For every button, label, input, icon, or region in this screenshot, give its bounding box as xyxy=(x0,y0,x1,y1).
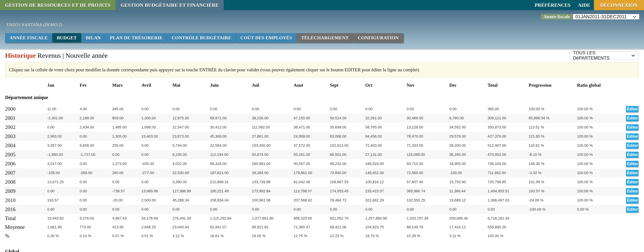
value-cell[interactable]: 207,568.62 xyxy=(294,196,330,205)
value-cell[interactable]: 4.00 xyxy=(80,104,112,113)
value-cell[interactable]: 38,226.00 xyxy=(252,113,294,123)
module-tab-ressources[interactable]: GESTION DE RESSOURCES ET DE PROJETS xyxy=(0,0,116,10)
logout-button[interactable]: DÉCONNEXION xyxy=(594,0,644,10)
value-cell[interactable]: 24,999.00 xyxy=(294,132,330,141)
value-cell[interactable]: 1,485.00 xyxy=(112,123,142,132)
value-cell[interactable]: 3,390.00 xyxy=(172,177,210,187)
value-cell[interactable]: 35,699.00 xyxy=(330,123,365,132)
value-cell[interactable]: 1,698.00 xyxy=(142,123,172,132)
value-cell[interactable]: 133,739.88 xyxy=(252,177,294,187)
value-cell[interactable]: 26,284.00 xyxy=(252,168,294,177)
value-cell[interactable]: 0.00 xyxy=(294,104,330,113)
value-cell[interactable]: 0.00 xyxy=(406,104,449,113)
value-cell[interactable]: 6,656.00 xyxy=(80,141,112,150)
value-cell[interactable]: 0.00 xyxy=(47,205,80,214)
value-cell[interactable]: 0.00 xyxy=(406,205,449,214)
edit-button[interactable]: Éditer xyxy=(626,106,638,112)
value-cell[interactable]: 0.00 xyxy=(449,104,488,113)
value-cell[interactable]: 345.00 xyxy=(112,104,142,113)
value-cell[interactable]: 11,366.44 xyxy=(449,187,488,196)
value-cell[interactable]: 4,017.00 xyxy=(47,159,80,168)
value-cell[interactable]: 1,273.00 xyxy=(112,159,142,168)
value-cell[interactable]: 0.00 xyxy=(488,205,528,214)
value-cell[interactable]: -2,301.00 xyxy=(47,113,80,123)
value-cell[interactable]: 18,955.00 xyxy=(449,159,488,168)
value-cell[interactable]: 57,607.40 xyxy=(406,177,449,187)
edit-button[interactable]: Éditer xyxy=(626,197,638,203)
value-cell[interactable]: 8,235.00 xyxy=(172,150,210,159)
value-cell[interactable]: 45,369.00 xyxy=(210,132,252,141)
value-cell[interactable]: 76,464.72 xyxy=(330,196,365,205)
nav-tab-budget[interactable]: BUDGET xyxy=(52,33,81,43)
value-cell[interactable]: 55,261.00 xyxy=(294,150,330,159)
value-cell[interactable]: 803.00 xyxy=(112,113,142,123)
value-cell[interactable]: 88,318.00 xyxy=(210,159,252,168)
nav-tab-t-l-chargement[interactable]: TÉLÉCHARGEMENT xyxy=(297,33,353,43)
value-cell[interactable]: 67,155.00 xyxy=(294,113,330,123)
value-cell[interactable]: 360.00 xyxy=(488,104,528,113)
value-cell[interactable]: 427,376.00 xyxy=(488,132,528,141)
value-cell[interactable]: 0.00 xyxy=(330,104,365,113)
edit-button[interactable]: Éditer xyxy=(626,124,638,131)
edit-button[interactable]: Éditer xyxy=(626,143,638,149)
value-cell[interactable]: -100.00 xyxy=(449,168,488,177)
value-cell[interactable]: 0.00 xyxy=(142,104,172,113)
value-cell[interactable]: 260,891.00 xyxy=(252,159,294,168)
value-cell[interactable]: 0.00 xyxy=(112,205,142,214)
value-cell[interactable]: 22,547.00 xyxy=(172,123,210,132)
value-cell[interactable]: 48,232.00 xyxy=(330,159,365,168)
value-cell[interactable]: 0.00 xyxy=(449,205,488,214)
value-cell[interactable]: 27,861.00 xyxy=(252,132,294,141)
value-cell[interactable]: 78,470.00 xyxy=(406,132,449,141)
value-cell[interactable]: 0.00 xyxy=(80,187,112,196)
value-cell[interactable]: 112,194.00 xyxy=(210,150,252,159)
value-cell[interactable]: 13,228.00 xyxy=(406,123,449,132)
value-cell[interactable]: 0.00 xyxy=(252,205,294,214)
value-cell[interactable]: 512,467.00 xyxy=(488,141,528,150)
value-cell[interactable]: 6,760.00 xyxy=(449,113,488,123)
value-cell[interactable]: 470,952.00 xyxy=(488,150,528,159)
value-cell[interactable]: 0.00 xyxy=(112,177,142,187)
value-cell[interactable]: 37,572.00 xyxy=(294,141,330,150)
value-cell[interactable]: 0.00 xyxy=(172,205,210,214)
help-link[interactable]: AIDE xyxy=(574,0,594,10)
value-cell[interactable]: 0.00 xyxy=(210,205,252,214)
value-cell[interactable]: 0.00 xyxy=(112,150,142,159)
value-cell[interactable]: 5,744.00 xyxy=(172,141,210,150)
value-cell[interactable]: 309,121.00 xyxy=(488,113,528,123)
edit-button[interactable]: Éditer xyxy=(626,161,638,167)
value-cell[interactable]: 2,188.00 xyxy=(80,113,112,123)
department-filter-select[interactable]: TOUS LES DéPARTEMENTS xyxy=(570,51,639,60)
value-cell[interactable]: 22,584.00 xyxy=(210,141,252,150)
value-cell[interactable]: 38,471.00 xyxy=(294,123,330,132)
value-cell[interactable]: 0.00 xyxy=(294,205,330,214)
value-cell[interactable]: -269.00 xyxy=(80,168,112,177)
value-cell[interactable]: 113,798.57 xyxy=(294,187,330,196)
value-cell[interactable]: 36,200.00 xyxy=(449,141,488,150)
value-cell[interactable]: 50,597.00 xyxy=(294,159,330,168)
value-cell[interactable]: 45,288.34 xyxy=(172,196,210,205)
value-cell[interactable]: 0.00 xyxy=(142,205,172,214)
value-cell[interactable]: 127,986.99 xyxy=(172,187,210,196)
nav-tab-bilan[interactable]: BILAN xyxy=(82,33,105,43)
value-cell[interactable]: 0.00 xyxy=(47,187,80,196)
value-cell[interactable]: 100,961.08 xyxy=(252,196,294,205)
value-cell[interactable]: 50,514.00 xyxy=(330,113,365,123)
value-cell[interactable]: 149,451.00 xyxy=(365,168,406,177)
value-cell[interactable]: 93,710.00 xyxy=(406,159,449,168)
preferences-link[interactable]: PRÉFÉRENCES xyxy=(531,0,574,10)
value-cell[interactable]: 50,874.00 xyxy=(252,150,294,159)
value-cell[interactable]: 1,305.00 xyxy=(112,132,142,141)
value-cell[interactable]: 322,662.29 xyxy=(365,196,406,205)
value-cell[interactable]: 711,662.00 xyxy=(488,168,528,177)
value-cell[interactable]: 0.00 xyxy=(365,104,406,113)
value-cell[interactable]: 58,765.00 xyxy=(365,123,406,132)
value-cell[interactable]: 1,300.00 xyxy=(142,113,172,123)
value-cell[interactable]: 13,671.25 xyxy=(47,177,80,187)
value-cell[interactable]: 81,042.46 xyxy=(294,177,330,187)
value-cell[interactable]: 210,868.31 xyxy=(210,177,252,187)
value-cell[interactable]: -738.57 xyxy=(112,187,142,196)
value-cell[interactable]: 0.00 xyxy=(210,104,252,113)
value-cell[interactable]: 255.00 xyxy=(112,141,142,150)
value-cell[interactable]: 0.00 xyxy=(365,205,406,214)
